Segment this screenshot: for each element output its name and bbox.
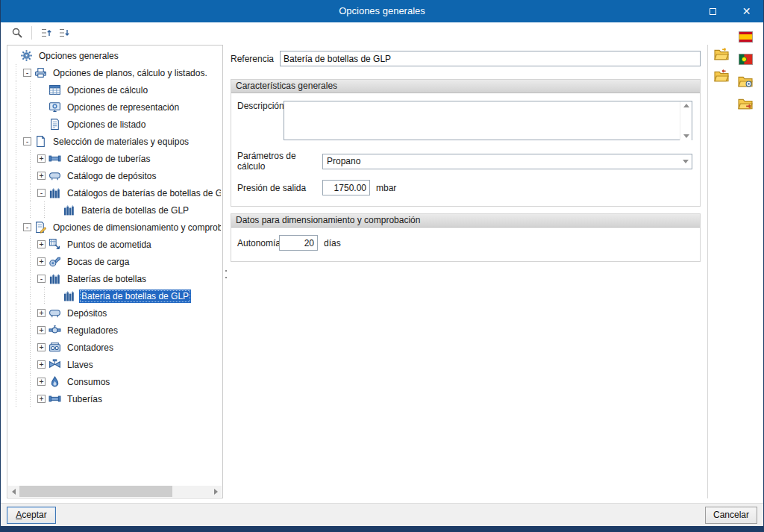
tree-horizontal-scrollbar[interactable] (8, 486, 222, 497)
tree-item-label[interactable]: Puntos de acometida (65, 238, 154, 251)
tree-item[interactable]: Batería de botellas de GLP (9, 201, 221, 219)
aceptar-button[interactable]: Aceptar (7, 507, 56, 524)
portuguese-flag-icon[interactable] (736, 51, 754, 67)
tree-item-label[interactable]: Tuberías (65, 392, 104, 406)
tree-item-label[interactable]: Reguladores (65, 324, 120, 337)
tree-item-label[interactable]: Batería de botellas de GLP (79, 290, 191, 303)
presion-input[interactable] (322, 180, 370, 195)
expand-node-icon[interactable]: + (37, 240, 46, 248)
expand-node-icon[interactable]: + (37, 154, 46, 163)
tree-item-label[interactable]: Opciones de dimensionamiento y comprobac… (51, 221, 221, 234)
expand-node-icon[interactable]: + (37, 343, 46, 351)
tree-item[interactable]: +Depósitos (9, 304, 221, 322)
tree-item[interactable]: -Baterías de botellas (9, 270, 221, 287)
tree-item[interactable]: -Opciones de planos, cálculo y listados. (9, 64, 221, 81)
tree-connector (37, 124, 48, 125)
tree-guide-line (9, 219, 23, 236)
autonomia-input[interactable] (279, 235, 318, 251)
collapse-node-icon[interactable]: - (23, 223, 31, 231)
tree-guide-line (23, 339, 37, 356)
tree-item-label[interactable]: Depósitos (65, 307, 109, 320)
tree-item[interactable]: +Bocas de carga (9, 253, 221, 270)
expand-node-icon[interactable]: + (37, 172, 46, 180)
dropdown-arrow-icon[interactable] (679, 160, 692, 163)
scroll-down-icon[interactable] (683, 134, 689, 138)
scroll-up-icon[interactable] (683, 104, 689, 107)
tree-guide-line (9, 184, 23, 201)
tree-item[interactable]: Opciones de listado (9, 116, 221, 133)
tree-item-label[interactable]: Opciones de planos, cálculo y listados. (51, 66, 210, 80)
tree-guide-line (9, 287, 23, 304)
tree-item-label[interactable]: Opciones de listado (65, 118, 148, 131)
tree-guide-line (23, 322, 37, 339)
expand-node-icon[interactable]: + (37, 360, 46, 369)
collapse-node-icon[interactable]: - (23, 137, 31, 145)
descripcion-textarea[interactable] (284, 101, 692, 140)
tree-item[interactable]: +Reguladores (9, 322, 221, 339)
tree-item[interactable]: Batería de botellas de GLP (9, 287, 221, 304)
tree-item-label[interactable]: Catálogo de depósitos (65, 169, 158, 183)
search-icon[interactable] (8, 24, 26, 42)
tree-item-label[interactable]: Llaves (65, 358, 96, 372)
tree-item[interactable]: Opciones generales (9, 47, 221, 64)
tree-item[interactable]: +Puntos de acometida (9, 236, 221, 253)
scroll-right-button[interactable] (210, 486, 222, 497)
maximize-button[interactable] (696, 0, 730, 22)
cancelar-button[interactable]: Cancelar (705, 507, 757, 524)
tree-item-label[interactable]: Opciones generales (37, 49, 121, 63)
save-options-folder-icon[interactable] (713, 68, 730, 84)
tree-item[interactable]: -Opciones de dimensionamiento y comproba… (9, 219, 221, 236)
tree-guide-line (23, 201, 37, 219)
close-button[interactable]: ✕ (730, 0, 763, 22)
tree-item[interactable]: Opciones de cálculo (9, 81, 221, 98)
expand-node-icon[interactable]: + (37, 395, 46, 403)
tree-item[interactable]: +Tuberías (9, 390, 221, 407)
collapse-tree-levels-icon[interactable] (37, 24, 55, 42)
collapse-node-icon[interactable]: - (23, 69, 31, 77)
datos-group: Datos para dimensionamiento y comprobaci… (231, 213, 701, 262)
collapse-node-icon[interactable]: - (37, 275, 46, 283)
expand-tree-levels-icon[interactable] (55, 24, 73, 42)
presion-label: Presión de salida (237, 183, 322, 193)
referencia-input[interactable] (280, 51, 701, 66)
tree-item[interactable]: Opciones de representación (9, 98, 221, 116)
load-options-folder-icon[interactable] (713, 46, 730, 63)
tree-item-label[interactable]: Selección de materiales y equipos (51, 135, 191, 148)
tree-item-label[interactable]: Consumos (65, 375, 112, 389)
scrollbar-thumb[interactable] (19, 486, 172, 497)
options-gear-folder-icon[interactable] (736, 73, 754, 90)
expand-node-icon[interactable]: + (37, 257, 46, 266)
scroll-left-button[interactable] (8, 486, 19, 497)
tree-item[interactable]: +Llaves (9, 356, 221, 373)
tree-item-label[interactable]: Contadores (65, 341, 116, 354)
parametros-select[interactable]: Propano (322, 154, 692, 169)
tree-item-label[interactable]: Catálogo de tuberías (65, 152, 152, 166)
spanish-flag-icon[interactable] (736, 28, 754, 45)
tree-item-label[interactable]: Batería de botellas de GLP (79, 204, 191, 217)
collapse-node-icon[interactable]: - (37, 189, 46, 197)
panel-splitter[interactable] (223, 263, 229, 285)
tree-item-label[interactable]: Catálogos de baterías de botellas de GLP (65, 187, 221, 200)
tree-item[interactable]: -Catálogos de baterías de botellas de GL… (9, 184, 221, 201)
listing-icon (48, 118, 61, 131)
tree-guide-line (9, 133, 23, 150)
tree-item-label[interactable]: Baterías de botellas (65, 272, 148, 286)
tree-guide-line (23, 287, 37, 304)
tree-item[interactable]: -Selección de materiales y equipos (9, 133, 221, 150)
expand-node-icon[interactable]: + (37, 309, 46, 317)
tree-item[interactable]: +Contadores (9, 339, 221, 356)
titlebar[interactable]: Opciones generales ✕ (1, 0, 763, 22)
opciones-generales-dialog: Opciones generales ✕ Opciones generales-… (0, 0, 764, 532)
expand-node-icon[interactable]: + (37, 378, 46, 386)
tree-item-label[interactable]: Bocas de carga (65, 255, 131, 269)
expand-node-icon[interactable]: + (37, 326, 46, 334)
tree-item[interactable]: +Consumos (9, 373, 221, 390)
tree-item[interactable]: +Catálogo de depósitos (9, 167, 221, 184)
tree-guide-line (9, 253, 23, 270)
presion-unit: mbar (376, 183, 396, 193)
tree-item-label[interactable]: Opciones de cálculo (65, 84, 150, 97)
tree-item[interactable]: +Catálogo de tuberías (9, 150, 221, 167)
tree-item-label[interactable]: Opciones de representación (65, 101, 181, 114)
export-options-folder-icon[interactable] (736, 96, 754, 112)
textarea-scrollbar[interactable] (680, 101, 692, 140)
